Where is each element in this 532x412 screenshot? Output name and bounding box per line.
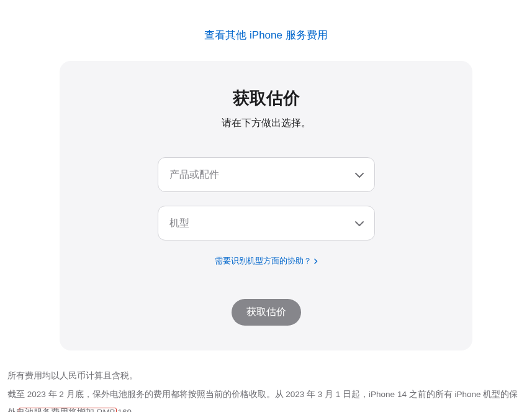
estimate-card: 获取估价 请在下方做出选择。 产品或配件 机型 需要识别机型方面的协助？	[60, 61, 472, 350]
card-title: 获取估价	[84, 87, 448, 109]
card-subtitle: 请在下方做出选择。	[84, 117, 448, 130]
product-select-placeholder: 产品或配件	[169, 168, 219, 181]
get-estimate-button[interactable]: 获取估价	[232, 299, 301, 326]
model-select-wrapper: 机型	[158, 206, 375, 240]
disclaimer-line2: 截至 2023 年 2 月底，保外电池服务的费用都将按照当前的价格收取。从 20…	[7, 385, 525, 412]
disclaimer-line1: 所有费用均以人民币计算且含税。	[7, 367, 525, 385]
other-services-link[interactable]: 查看其他 iPhone 服务费用	[204, 29, 327, 41]
disclaimer-text: 所有费用均以人民币计算且含税。 截至 2023 年 2 月底，保外电池服务的费用…	[6, 367, 526, 412]
model-select-placeholder: 机型	[169, 217, 189, 230]
product-select[interactable]: 产品或配件	[158, 157, 375, 192]
model-select[interactable]: 机型	[158, 206, 375, 240]
chevron-right-icon	[314, 257, 318, 266]
product-select-wrapper: 产品或配件	[158, 157, 375, 192]
help-link-text: 需要识别机型方面的协助？	[215, 255, 312, 267]
identify-model-help-link[interactable]: 需要识别机型方面的协助？	[215, 255, 318, 267]
top-link-container: 查看其他 iPhone 服务费用	[6, 28, 526, 42]
